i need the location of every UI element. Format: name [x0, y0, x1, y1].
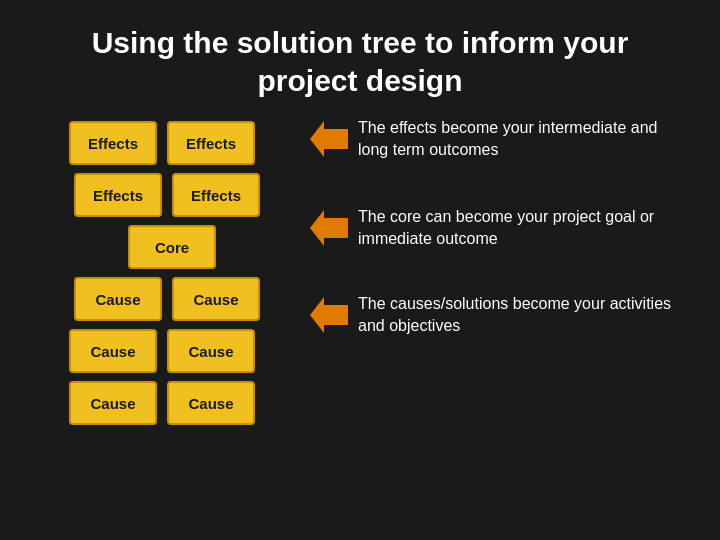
tree-diagram: Effects Effects Effects Effects Core Cau…	[32, 117, 292, 520]
effects-box-2: Effects	[167, 121, 255, 165]
core-description: The core can become your project goal or…	[358, 206, 688, 251]
cause-box-6: Cause	[167, 381, 255, 425]
svg-marker-1	[310, 210, 348, 246]
cause-row-3: Cause Cause	[69, 381, 255, 425]
cause-row-1: Cause Cause	[74, 277, 260, 321]
svg-marker-2	[310, 297, 348, 333]
causes-description: The causes/solutions become your activit…	[358, 293, 688, 338]
cause-box-5: Cause	[69, 381, 157, 425]
effects-row-1: Effects Effects	[69, 121, 255, 165]
desc-effects-block: The effects become your intermediate and…	[310, 117, 688, 162]
effects-box-3: Effects	[74, 173, 162, 217]
slide-title: Using the solution tree to inform your p…	[32, 24, 688, 99]
arrow-effects-icon	[310, 121, 348, 157]
cause-box-4: Cause	[167, 329, 255, 373]
cause-box-1: Cause	[74, 277, 162, 321]
effects-description: The effects become your intermediate and…	[358, 117, 688, 162]
cause-box-2: Cause	[172, 277, 260, 321]
title-line2: project design	[257, 64, 462, 97]
content-area: Effects Effects Effects Effects Core Cau…	[32, 117, 688, 520]
arrow-core-icon	[310, 210, 348, 246]
slide: Using the solution tree to inform your p…	[0, 0, 720, 540]
arrow-causes-icon	[310, 297, 348, 333]
desc-core-block: The core can become your project goal or…	[310, 206, 688, 251]
core-row: Core	[128, 225, 216, 269]
core-box: Core	[128, 225, 216, 269]
descriptions-area: The effects become your intermediate and…	[292, 117, 688, 520]
effects-row-2: Effects Effects	[74, 173, 260, 217]
cause-row-2: Cause Cause	[69, 329, 255, 373]
cause-box-3: Cause	[69, 329, 157, 373]
svg-marker-0	[310, 121, 348, 157]
effects-box-4: Effects	[172, 173, 260, 217]
desc-causes-block: The causes/solutions become your activit…	[310, 293, 688, 338]
effects-box-1: Effects	[69, 121, 157, 165]
title-line1: Using the solution tree to inform your	[92, 26, 629, 59]
